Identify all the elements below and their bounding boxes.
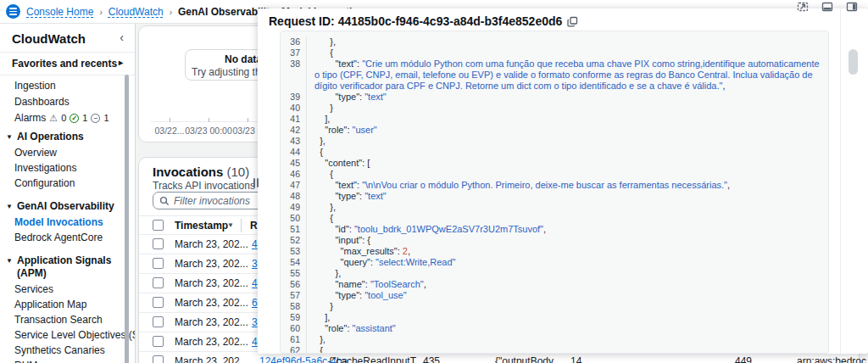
sidebar-item-rum[interactable]: RUM	[0, 358, 135, 363]
app-window: Console Home › CloudWatch › GenAI Observ…	[0, 0, 868, 363]
table-cell: 435	[423, 355, 440, 363]
panel-layout-controls	[797, 2, 858, 12]
table-cell: arn:aws:bedroc	[797, 355, 866, 363]
line-number: 45	[281, 158, 307, 169]
sidebar-item-transaction-search[interactable]: Transaction Search	[0, 312, 135, 327]
column-header-timestamp[interactable]: Timestamp	[175, 220, 228, 232]
panel-scrollbar-thumb[interactable]	[849, 49, 858, 75]
invocations-title: Invocations	[153, 165, 223, 179]
request-detail-panel: Request ID: 44185b0c-f946-4c93-a84d-b3f4…	[258, 8, 868, 354]
request-id-link[interactable]: 6	[252, 297, 258, 309]
request-id-link[interactable]: 3	[252, 258, 258, 270]
code-line: 61 },	[281, 334, 828, 345]
line-number: 39	[281, 92, 307, 103]
row-checkbox[interactable]	[153, 336, 164, 347]
code-line: 49 },	[281, 202, 828, 213]
request-id-link[interactable]: 3	[252, 316, 258, 328]
column-header-next[interactable]: R	[250, 220, 258, 232]
invocations-count: (10)	[227, 165, 250, 179]
code-line: 57 "type": "tool_use"	[281, 290, 828, 301]
sidebar-scrollbar[interactable]	[125, 75, 129, 363]
code-content: "name": "ToolSearch",	[307, 279, 828, 290]
code-line: 59 ],	[281, 312, 828, 323]
sidebar-title: CloudWatch	[12, 31, 86, 46]
copy-icon[interactable]	[567, 16, 578, 27]
split-panel-resize-handle[interactable]	[253, 178, 259, 187]
code-content: },	[307, 202, 828, 213]
code-line: 41 ],	[281, 114, 828, 125]
x-tick-label: 03/22...	[154, 126, 184, 136]
sidebar-item-service-level-objectives-slo-[interactable]: Service Level Objectives (SLO)	[0, 327, 135, 343]
sidebar-item-application-map[interactable]: Application Map	[0, 297, 135, 312]
sidebar-section: ▼AI OperationsOverviewInvestigationsConf…	[0, 128, 135, 191]
code-content: "role": "user"	[307, 125, 828, 136]
code-content: {	[307, 213, 828, 224]
column-divider[interactable]	[241, 219, 242, 232]
sidebar-item-bedrock-agentcore[interactable]: Bedrock AgentCore	[0, 230, 135, 245]
sidebar-item-configuration[interactable]: Configuration	[0, 176, 135, 191]
alarms-warning-count: 0	[61, 110, 66, 126]
code-line: 53 "max_results": 2,	[281, 246, 828, 257]
sidebar-section-header[interactable]: ▼Application Signals (APM)	[0, 252, 135, 282]
code-content: "type": "tool_use"	[307, 290, 828, 301]
code-line: 43 },	[281, 136, 828, 147]
sidebar-item-investigations[interactable]: Investigations	[0, 160, 135, 176]
code-content: },	[307, 136, 828, 147]
code-content: {	[307, 345, 828, 354]
json-code-viewer[interactable]: 36 },37 {38 "text": "Crie um módulo Pyth…	[280, 31, 829, 354]
code-content: "text": "Crie um módulo Python com uma f…	[307, 59, 828, 92]
favorites-label: Favorites and recents	[12, 58, 117, 70]
line-number: 58	[281, 301, 307, 312]
code-line: 37 {	[281, 47, 828, 59]
panel-right-layout-icon[interactable]	[846, 2, 858, 12]
code-line: 48 "type": "text"	[281, 191, 828, 202]
panel-bottom-layout-icon[interactable]	[821, 2, 833, 12]
sort-descending-icon[interactable]: ▼	[227, 221, 234, 229]
code-line: 56 "name": "ToolSearch",	[281, 279, 828, 290]
code-line: 52 "input": {	[281, 235, 828, 246]
code-content: }	[307, 103, 828, 114]
breadcrumb-cloudwatch[interactable]: CloudWatch	[108, 6, 164, 18]
sidebar-section-header[interactable]: ▼AI Operations	[0, 128, 135, 145]
sidebar-item-services[interactable]: Services	[0, 282, 135, 297]
row-checkbox[interactable]	[153, 277, 164, 288]
sidebar-collapse-icon[interactable]: ‹	[120, 31, 124, 44]
code-content: "id": "toolu_bdrk_01WPQwE2aSV7r3U2m7Tsuv…	[307, 224, 828, 235]
request-id-link[interactable]: 4	[252, 238, 258, 250]
line-number: 56	[281, 279, 307, 290]
breadcrumb-console-home[interactable]: Console Home	[26, 6, 93, 18]
ok-check-icon: ✓	[70, 114, 79, 123]
row-checkbox[interactable]	[153, 258, 164, 269]
row-checkbox[interactable]	[153, 238, 164, 249]
code-line: 58 }	[281, 301, 828, 312]
timestamp-cell: March 23, 202...	[175, 316, 248, 328]
sidebar-item-synthetics-canaries[interactable]: Synthetics Canaries	[0, 343, 135, 358]
sidebar-item-ingestion[interactable]: Ingestion	[0, 78, 135, 94]
resize-panel-icon[interactable]	[797, 2, 809, 12]
panel-scrollbar-track	[840, 8, 841, 354]
hamburger-menu-icon[interactable]	[6, 4, 20, 19]
chevron-right-icon: ▸	[119, 58, 123, 67]
sidebar-item-alarms[interactable]: Alarms ⚠ 0 ✓ 1 − 1	[0, 110, 135, 126]
row-checkbox[interactable]	[153, 297, 164, 308]
row-checkbox[interactable]	[153, 316, 164, 327]
x-tick-mark	[209, 118, 209, 122]
sidebar-item-dashboards[interactable]: Dashboards	[0, 94, 135, 110]
request-id-link[interactable]: 4	[252, 336, 258, 348]
request-id-link[interactable]: 4	[252, 277, 258, 289]
sidebar-section-header[interactable]: ▼GenAI Observability	[0, 198, 135, 215]
sidebar-item-model-invocations[interactable]: Model Invocations	[0, 215, 135, 230]
select-all-checkbox[interactable]	[153, 220, 164, 231]
chevron-down-icon: ▼	[6, 254, 13, 267]
sidebar-item-favorites[interactable]: Favorites and recents ▸	[0, 53, 135, 75]
code-line: 62 {	[281, 345, 828, 354]
alarms-ok-count: 1	[82, 110, 87, 126]
x-tick-mark	[248, 118, 248, 122]
table-cell: 449	[735, 355, 752, 363]
code-content: {	[307, 147, 828, 158]
line-number: 46	[281, 169, 307, 180]
breadcrumb-separator: ›	[99, 8, 102, 17]
sidebar-item-overview[interactable]: Overview	[0, 145, 135, 160]
code-content: "type": "text"	[307, 191, 828, 202]
row-checkbox[interactable]	[153, 355, 164, 363]
